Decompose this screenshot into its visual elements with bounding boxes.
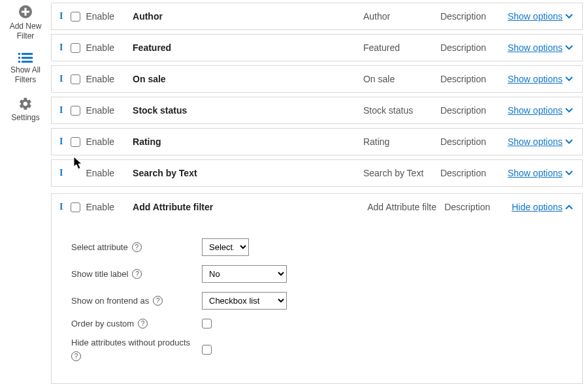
filter-source-text: On sale <box>363 74 435 84</box>
enable-checkbox[interactable] <box>71 12 80 22</box>
help-icon[interactable]: ? <box>153 296 163 306</box>
show-options-link[interactable]: Show options <box>508 74 573 84</box>
filter-title: Author <box>133 11 163 22</box>
filter-source-text: Stock status <box>363 105 435 116</box>
option-label: Order by custom ? <box>71 319 202 328</box>
show-on-frontend-dropdown[interactable]: Checkbox list <box>202 292 287 310</box>
filter-description-text: Description <box>440 168 502 178</box>
svg-rect-4 <box>22 53 33 55</box>
enable-checkbox[interactable] <box>71 43 80 53</box>
filter-row-expanded: I Enable Add Attribute filter Add Attrib… <box>51 193 583 384</box>
svg-rect-8 <box>22 61 33 63</box>
plus-circle-icon <box>10 4 42 20</box>
filter-row: I Enable On sale On sale Description Sho… <box>51 65 583 93</box>
drag-handle-icon[interactable]: I <box>59 11 63 22</box>
enable-label: Enable <box>86 74 114 84</box>
enable-checkbox[interactable] <box>71 106 80 116</box>
sidebar-label: Show AllFilters <box>10 65 41 85</box>
drag-handle-icon[interactable]: I <box>59 42 63 53</box>
sidebar-settings[interactable]: Settings <box>11 97 39 123</box>
drag-handle-icon[interactable]: I <box>59 202 63 212</box>
drag-handle-icon[interactable]: I <box>59 74 63 84</box>
enable-label: Enable <box>86 202 114 212</box>
option-label: Show title label ? <box>71 269 202 279</box>
hide-attributes-checkbox[interactable] <box>202 345 212 355</box>
filter-description-text: Description <box>440 105 502 116</box>
list-icon <box>10 53 41 63</box>
enable-label: Enable <box>86 105 114 116</box>
help-icon[interactable]: ? <box>132 269 142 279</box>
enable-checkbox[interactable] <box>71 202 80 212</box>
show-title-label-dropdown[interactable]: NoYes <box>202 265 287 283</box>
help-icon[interactable]: ? <box>132 242 142 252</box>
sidebar-add-new-filter[interactable]: Add NewFilter <box>10 4 42 41</box>
drag-handle-icon[interactable]: I <box>59 136 63 147</box>
enable-checkbox[interactable] <box>71 74 80 84</box>
filter-title: Featured <box>133 42 171 53</box>
option-label: Select attribute ? <box>71 242 202 252</box>
svg-rect-7 <box>18 61 20 63</box>
show-options-link[interactable]: Show options <box>508 11 573 22</box>
enable-label: Enable <box>86 42 114 53</box>
show-options-link[interactable]: Show options <box>508 168 573 178</box>
order-by-custom-checkbox[interactable] <box>202 319 212 328</box>
filter-source-text: Author <box>363 11 435 22</box>
enable-checkbox[interactable] <box>71 137 80 147</box>
select-attribute-dropdown[interactable]: Select... <box>202 238 249 256</box>
filter-source-text: Search by Text <box>363 168 435 178</box>
show-options-link[interactable]: Show options <box>508 42 573 53</box>
option-label: Show on frontend as ? <box>71 296 202 306</box>
hide-options-link[interactable]: Hide options <box>512 202 573 212</box>
svg-rect-6 <box>22 57 33 59</box>
filter-source-text: Featured <box>363 42 435 53</box>
filter-title: Search by Text <box>133 168 197 178</box>
help-icon[interactable]: ? <box>138 319 148 328</box>
filter-row: I Enable Stock status Stock status Descr… <box>51 97 583 124</box>
sidebar: Add NewFilter Show AllFilters Settings <box>0 0 51 384</box>
filter-description-text: Description <box>440 11 502 22</box>
filter-row: I Enable Search by Text Search by Text D… <box>51 159 583 187</box>
filter-title: Rating <box>133 136 161 147</box>
sidebar-show-all-filters[interactable]: Show AllFilters <box>10 53 41 85</box>
drag-handle-icon[interactable]: I <box>59 168 63 178</box>
svg-rect-5 <box>18 57 20 59</box>
svg-rect-3 <box>18 53 20 55</box>
filter-row: I Enable Author Author Description Show … <box>51 3 583 30</box>
option-label: Hide attributes without products? <box>71 338 202 361</box>
enable-label: Enable <box>86 11 114 22</box>
filter-description-text: Description <box>440 136 502 147</box>
filter-title: Add Attribute filter <box>133 202 213 212</box>
show-options-link[interactable]: Show options <box>508 136 573 147</box>
filter-row: I Enable Rating Rating Description Show … <box>51 128 583 155</box>
svg-rect-2 <box>24 8 26 16</box>
filter-description-text: Description <box>444 202 506 212</box>
options-panel: Select attribute ? Select... Show title … <box>52 220 582 383</box>
filter-description-text: Description <box>440 74 502 84</box>
help-icon[interactable]: ? <box>71 351 81 361</box>
sidebar-label: Add NewFilter <box>10 22 42 41</box>
gear-icon <box>11 97 39 111</box>
filter-row: I Enable Add Attribute filter Add Attrib… <box>52 194 582 220</box>
filter-row: I Enable Featured Featured Description S… <box>51 34 583 61</box>
enable-label: Enable <box>86 136 114 147</box>
sidebar-label: Settings <box>11 113 39 123</box>
enable-label: Enable <box>86 168 114 178</box>
drag-handle-icon[interactable]: I <box>59 105 63 116</box>
filter-source-text: Rating <box>363 136 435 147</box>
filters-list: I Enable Author Author Description Show … <box>51 0 588 384</box>
filter-source-text: Add Attribute filte <box>367 202 439 212</box>
filter-title: On sale <box>133 74 166 84</box>
filter-title: Stock status <box>133 105 187 116</box>
show-options-link[interactable]: Show options <box>508 105 573 116</box>
filter-description-text: Description <box>440 42 502 53</box>
